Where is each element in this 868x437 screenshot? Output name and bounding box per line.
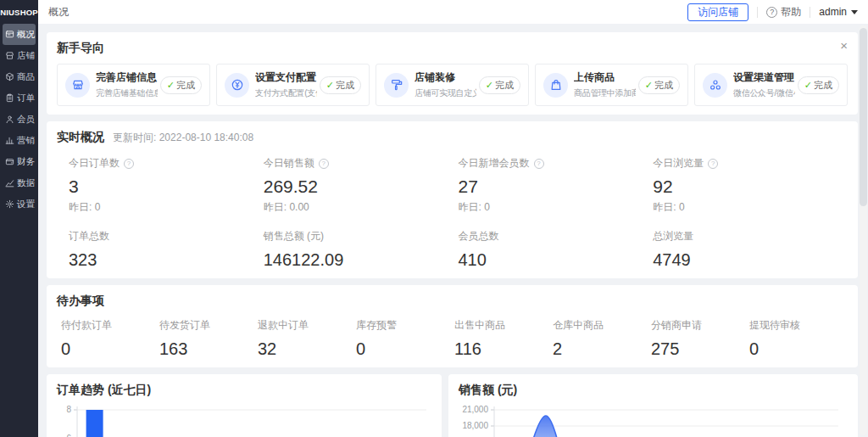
- stat-today-orders: 今日订单数 3 昨日: 0: [69, 156, 264, 215]
- sidebar-item-settings[interactable]: 设置: [3, 193, 36, 215]
- todo-distributor-applications[interactable]: 分销商申请 275: [651, 318, 749, 359]
- help-icon[interactable]: [124, 159, 134, 169]
- sales-amount-chart: 03,0006,0009,00012,00015,00018,00021,000: [459, 405, 849, 437]
- check-icon: ✓: [486, 80, 493, 91]
- realtime-overview-card: 实时概况 更新时间: 2022-08-10 18:40:08 今日订单数 3 昨…: [47, 121, 858, 278]
- stat-total-orders: 订单总数 323: [69, 229, 264, 270]
- guide-item-desc: 支付方式配置(支付宝/微信): [255, 87, 317, 99]
- todo-refunding-orders[interactable]: 退款中订单 32: [258, 318, 356, 359]
- stat-label: 今日浏览量: [653, 156, 704, 171]
- overview-icon: [5, 30, 14, 39]
- todo-label: 退款中订单: [258, 318, 356, 333]
- check-icon: ✓: [804, 80, 812, 91]
- orders-trend-chart: 02468: [57, 405, 430, 437]
- guide-item-title: 上传商品: [574, 70, 636, 85]
- help-icon[interactable]: [534, 159, 544, 169]
- todo-grid: 待付款订单 0 待发货订单 163 退款中订单 32 库存预警 0 出售中商品: [57, 318, 848, 359]
- guide-item-upload-goods[interactable]: 上传商品 商品管理中添加商品上传 ✓完成: [535, 64, 688, 106]
- sidebar-item-shop[interactable]: 店铺: [3, 45, 36, 66]
- svg-text:18,000: 18,000: [462, 421, 488, 430]
- stat-value: 4749: [653, 250, 848, 270]
- todo-pending-shipment[interactable]: 待发货订单 163: [159, 318, 258, 359]
- guide-item-shop-info[interactable]: 完善店铺信息 完善店铺基础信息等 ✓完成: [57, 64, 210, 106]
- guide-item-shop-decorate[interactable]: 店铺装修 店铺可实现自定义模板装修 ✓完成: [376, 64, 529, 106]
- sidebar-item-marketing[interactable]: 营销: [3, 130, 36, 151]
- todo-label: 出售中商品: [454, 318, 553, 333]
- status-badge: ✓完成: [320, 76, 361, 94]
- data-icon: [5, 178, 14, 188]
- status-badge: ✓完成: [160, 76, 202, 94]
- stat-label: 今日新增会员数: [459, 156, 530, 171]
- check-icon: ✓: [645, 80, 653, 91]
- sidebar-item-data[interactable]: 数据: [3, 172, 36, 193]
- divider: [757, 7, 758, 18]
- close-icon[interactable]: [840, 39, 848, 52]
- main-content: 新手导向 完善店铺信息 完善店铺基础信息等 ✓完成 设置支付配置 支付方式配置(…: [38, 24, 868, 437]
- svg-text:8: 8: [66, 405, 71, 414]
- scrollbar-thumb[interactable]: [860, 28, 867, 206]
- user-menu[interactable]: admin: [819, 6, 858, 18]
- stat-yesterday: 昨日: 0: [653, 200, 848, 215]
- stat-label: 今日订单数: [69, 156, 120, 171]
- store-icon: [65, 73, 90, 98]
- stat-yesterday: 昨日: 0: [459, 200, 654, 215]
- status-badge: ✓完成: [798, 76, 839, 94]
- todo-value: 116: [454, 339, 553, 359]
- stat-label: 销售总额 (元): [264, 229, 459, 244]
- todo-stock-warning[interactable]: 库存预警 0: [356, 318, 454, 359]
- guide-item-desc: 微信公众号/微信小程序: [733, 87, 795, 99]
- sidebar-item-label: 设置: [17, 199, 35, 210]
- realtime-title: 实时概况: [57, 130, 104, 145]
- check-icon: ✓: [167, 80, 175, 91]
- channel-icon: [703, 73, 727, 98]
- breadcrumb: 概况: [48, 5, 69, 20]
- stat-total-views: 总浏览量 4749: [653, 229, 848, 270]
- scrollbar[interactable]: [860, 25, 867, 435]
- stat-today-views: 今日浏览量 92 昨日: 0: [653, 156, 848, 215]
- shop-icon: [5, 51, 14, 60]
- topbar-actions: 访问店铺 帮助 admin: [687, 3, 858, 21]
- guide-item-desc: 完善店铺基础信息等: [96, 87, 158, 99]
- update-time: 更新时间: 2022-08-10 18:40:08: [113, 131, 253, 145]
- guide-item-title: 设置支付配置: [255, 70, 317, 85]
- sidebar-item-orders[interactable]: 订单: [3, 87, 36, 109]
- sidebar: NIUSHOP 概况 店铺 商品 订单 会员: [0, 0, 38, 437]
- todo-withdrawal-review[interactable]: 提现待审核 0: [749, 318, 848, 359]
- sidebar-item-goods[interactable]: 商品: [3, 66, 36, 87]
- sales-chart-title: 销售额 (元): [459, 383, 848, 398]
- sidebar-nav: 概况 店铺 商品 订单 会员 营销: [0, 24, 38, 215]
- stat-yesterday: 昨日: 0: [69, 200, 264, 215]
- goods-icon: [5, 72, 14, 81]
- sidebar-item-label: 店铺: [17, 50, 35, 62]
- stat-value: 323: [69, 250, 264, 270]
- sidebar-item-overview[interactable]: 概况: [3, 24, 36, 45]
- todo-value: 32: [258, 339, 356, 359]
- todo-pending-payment[interactable]: 待付款订单 0: [61, 318, 159, 359]
- guide-item-title: 完善店铺信息: [96, 70, 158, 85]
- todo-on-sale-goods[interactable]: 出售中商品 116: [454, 318, 553, 359]
- divider: [810, 7, 810, 18]
- sidebar-item-label: 概况: [17, 29, 35, 41]
- today-stats-grid: 今日订单数 3 昨日: 0 今日销售额 269.52 昨日: 0.00 今日新增…: [57, 156, 848, 215]
- sidebar-item-members[interactable]: 会员: [3, 109, 36, 130]
- help-menu[interactable]: 帮助: [766, 5, 801, 20]
- help-icon[interactable]: [708, 159, 718, 169]
- help-label: 帮助: [781, 5, 801, 20]
- svg-text:21,000: 21,000: [462, 405, 488, 414]
- sidebar-item-label: 会员: [17, 114, 35, 126]
- settings-icon: [5, 199, 14, 209]
- stat-label: 订单总数: [69, 229, 264, 244]
- stat-label: 今日销售额: [264, 156, 314, 171]
- visit-shop-button[interactable]: 访问店铺: [687, 3, 748, 21]
- help-icon[interactable]: [319, 159, 329, 169]
- sidebar-item-finance[interactable]: 财务: [3, 151, 36, 172]
- app-logo: NIUSHOP: [0, 0, 38, 24]
- todo-warehouse-goods[interactable]: 仓库中商品 2: [553, 318, 651, 359]
- stat-label: 会员总数: [459, 229, 654, 244]
- todo-card: 待办事项 待付款订单 0 待发货订单 163 退款中订单 32 库存预警 0: [47, 285, 858, 367]
- chevron-down-icon: [851, 10, 858, 14]
- todo-label: 提现待审核: [749, 318, 848, 333]
- guide-item-payment-config[interactable]: 设置支付配置 支付方式配置(支付宝/微信) ✓完成: [216, 64, 370, 106]
- stat-today-sales: 今日销售额 269.52 昨日: 0.00: [264, 156, 459, 215]
- guide-item-channel-manage[interactable]: 设置渠道管理 微信公众号/微信小程序 ✓完成: [694, 64, 848, 106]
